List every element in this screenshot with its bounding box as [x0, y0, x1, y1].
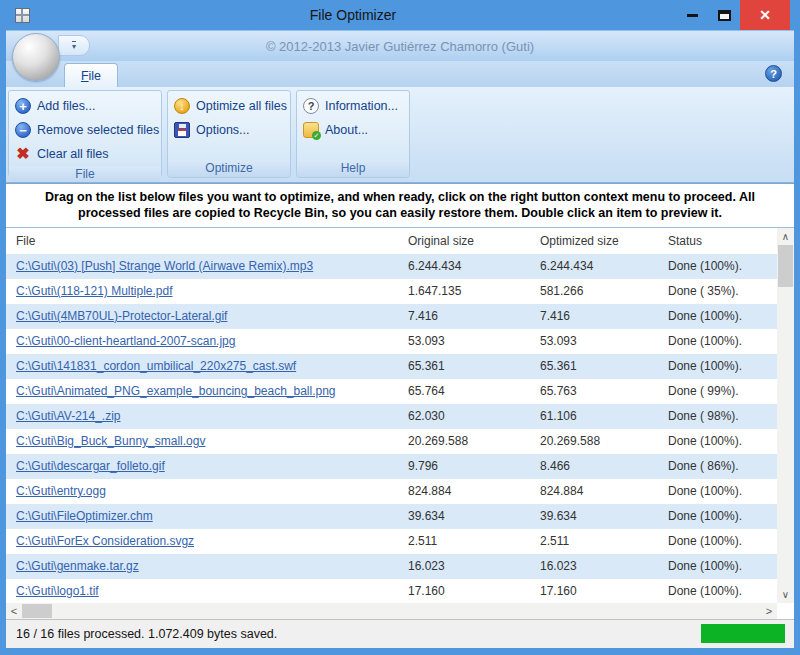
file-cell: C:\Guti\ForEx Consideration.svgz — [6, 534, 408, 548]
status-cell: Done (100%). — [668, 534, 777, 548]
file-cell: C:\Guti\Big_Buck_Bunny_small.ogv — [6, 434, 408, 448]
file-link[interactable]: C:\Guti\Animated_PNG_example_bouncing_be… — [16, 384, 336, 398]
optimized-size-cell: 7.416 — [540, 309, 668, 323]
window-content: © 2012-2013 Javier Gutiérrez Chamorro (G… — [6, 30, 794, 648]
file-link[interactable]: C:\Guti\descargar_folleto.gif — [16, 459, 165, 473]
table-row[interactable]: C:\Guti\descargar_folleto.gif9.7968.466D… — [6, 454, 777, 479]
scroll-left-icon[interactable]: < — [6, 605, 22, 617]
status-cell: Done (100%). — [668, 509, 777, 523]
optimized-size-cell: 20.269.588 — [540, 434, 668, 448]
add-files-button[interactable]: + Add files... — [15, 94, 155, 118]
optimized-size-cell: 17.160 — [540, 584, 668, 598]
table-row[interactable]: C:\Guti\(4MB70UL)-Protector-Lateral.gif7… — [6, 304, 777, 329]
file-link[interactable]: C:\Guti\logo1.tif — [16, 584, 99, 598]
options-label: Options... — [196, 123, 250, 137]
file-link[interactable]: C:\Guti\(118-121) Multiple.pdf — [16, 284, 173, 298]
information-button[interactable]: ? Information... — [303, 94, 403, 118]
optimized-size-cell: 581.266 — [540, 284, 668, 298]
file-link[interactable]: C:\Guti\AV-214_.zip — [16, 409, 121, 423]
table-row[interactable]: C:\Guti\ForEx Consideration.svgz2.5112.5… — [6, 529, 777, 554]
vertical-scrollbar[interactable]: ∧ ∨ — [777, 228, 794, 604]
optimized-size-cell: 65.763 — [540, 384, 668, 398]
close-button[interactable]: ✕ — [740, 0, 790, 30]
optimized-size-cell: 39.634 — [540, 509, 668, 523]
clear-icon: ✖ — [15, 146, 31, 162]
table-row[interactable]: C:\Guti\Big_Buck_Bunny_small.ogv20.269.5… — [6, 429, 777, 454]
table-row[interactable]: C:\Guti\(118-121) Multiple.pdf1.647.1355… — [6, 279, 777, 304]
optimized-size-cell: 824.884 — [540, 484, 668, 498]
table-row[interactable]: C:\Guti\genmake.tar.gz16.02316.023Done (… — [6, 554, 777, 579]
table-row[interactable]: C:\Guti\AV-214_.zip62.03061.106Done ( 98… — [6, 404, 777, 429]
status-cell: Done (100%). — [668, 334, 777, 348]
file-link[interactable]: C:\Guti\FileOptimizer.chm — [16, 509, 153, 523]
close-icon: ✕ — [759, 7, 771, 23]
app-icon[interactable] — [15, 8, 30, 23]
horizontal-scroll-thumb[interactable] — [22, 604, 52, 618]
table-row[interactable]: C:\Guti\logo1.tif17.16017.160Done (100%)… — [6, 579, 777, 604]
file-link[interactable]: C:\Guti\Big_Buck_Bunny_small.ogv — [16, 434, 205, 448]
file-link[interactable]: C:\Guti\(03) [Push] Strange World (Airwa… — [16, 259, 313, 273]
optimized-size-cell: 2.511 — [540, 534, 668, 548]
optimized-size-cell: 53.093 — [540, 334, 668, 348]
ribbon-group-optimize: ↓ Optimize all files Options... Optimize — [167, 90, 291, 178]
scroll-up-icon[interactable]: ∧ — [777, 228, 794, 245]
column-header-original-size[interactable]: Original size — [408, 234, 540, 248]
table-row[interactable]: C:\Guti\141831_cordon_umbilical_220x275_… — [6, 354, 777, 379]
file-link[interactable]: C:\Guti\(4MB70UL)-Protector-Lateral.gif — [16, 309, 227, 323]
status-cell: Done ( 86%). — [668, 459, 777, 473]
vertical-scroll-thumb[interactable] — [778, 245, 793, 287]
file-cell: C:\Guti\genmake.tar.gz — [6, 559, 408, 573]
original-size-cell: 53.093 — [408, 334, 540, 348]
quick-access-toolbar[interactable]: ▾ — [58, 35, 90, 56]
status-cell: Done (100%). — [668, 359, 777, 373]
status-cell: Done (100%). — [668, 309, 777, 323]
file-cell: C:\Guti\(118-121) Multiple.pdf — [6, 284, 408, 298]
file-cell: C:\Guti\(4MB70UL)-Protector-Lateral.gif — [6, 309, 408, 323]
about-label: About... — [325, 123, 368, 137]
file-cell: C:\Guti\(03) [Push] Strange World (Airwa… — [6, 259, 408, 273]
table-row[interactable]: C:\Guti\00-client-heartland-2007-scan.jp… — [6, 329, 777, 354]
column-header-file[interactable]: File — [6, 234, 408, 248]
file-link[interactable]: C:\Guti\genmake.tar.gz — [16, 559, 139, 573]
file-link[interactable]: C:\Guti\entry.ogg — [16, 484, 106, 498]
application-orb-button[interactable] — [12, 33, 60, 81]
about-button[interactable]: About... — [303, 118, 403, 142]
file-link[interactable]: C:\Guti\00-client-heartland-2007-scan.jp… — [16, 334, 235, 348]
file-table-body: C:\Guti\(03) [Push] Strange World (Airwa… — [6, 254, 777, 604]
status-cell: Done (100%). — [668, 434, 777, 448]
ribbon-group-file: + Add files... − Remove selected files ✖… — [8, 90, 162, 178]
optimized-size-cell: 6.244.434 — [540, 259, 668, 273]
file-link[interactable]: C:\Guti\141831_cordon_umbilical_220x275_… — [16, 359, 296, 373]
help-icon: ? — [770, 68, 777, 80]
column-header-optimized-size[interactable]: Optimized size — [540, 234, 668, 248]
scroll-down-icon[interactable]: ∨ — [777, 586, 794, 603]
clear-all-files-label: Clear all files — [37, 147, 109, 161]
table-row[interactable]: C:\Guti\(03) [Push] Strange World (Airwa… — [6, 254, 777, 279]
table-row[interactable]: C:\Guti\Animated_PNG_example_bouncing_be… — [6, 379, 777, 404]
optimized-size-cell: 8.466 — [540, 459, 668, 473]
ribbon: + Add files... − Remove selected files ✖… — [6, 87, 794, 183]
status-cell: Done (100%). — [668, 584, 777, 598]
table-row[interactable]: C:\Guti\FileOptimizer.chm39.63439.634Don… — [6, 504, 777, 529]
ribbon-group-help: ? Information... About... Help — [296, 90, 410, 178]
file-cell: C:\Guti\141831_cordon_umbilical_220x275_… — [6, 359, 408, 373]
file-link[interactable]: C:\Guti\ForEx Consideration.svgz — [16, 534, 194, 548]
clear-all-files-button[interactable]: ✖ Clear all files — [15, 142, 155, 166]
horizontal-scrollbar[interactable]: < > — [6, 603, 777, 619]
original-size-cell: 65.764 — [408, 384, 540, 398]
minimize-button[interactable] — [676, 0, 708, 30]
column-header-status[interactable]: Status — [668, 234, 794, 248]
help-button[interactable]: ? — [765, 65, 782, 82]
options-button[interactable]: Options... — [174, 118, 284, 142]
optimized-size-cell: 65.361 — [540, 359, 668, 373]
ribbon-header-band: © 2012-2013 Javier Gutiérrez Chamorro (G… — [6, 30, 794, 61]
optimize-all-files-button[interactable]: ↓ Optimize all files — [174, 94, 284, 118]
tab-file[interactable]: File — [64, 63, 118, 87]
scroll-right-icon[interactable]: > — [761, 605, 777, 617]
progress-bar — [701, 624, 785, 643]
optimized-size-cell: 16.023 — [540, 559, 668, 573]
group-caption-help: Help — [297, 160, 409, 177]
maximize-button[interactable] — [708, 0, 740, 30]
remove-selected-files-button[interactable]: − Remove selected files — [15, 118, 155, 142]
table-row[interactable]: C:\Guti\entry.ogg824.884824.884Done (100… — [6, 479, 777, 504]
